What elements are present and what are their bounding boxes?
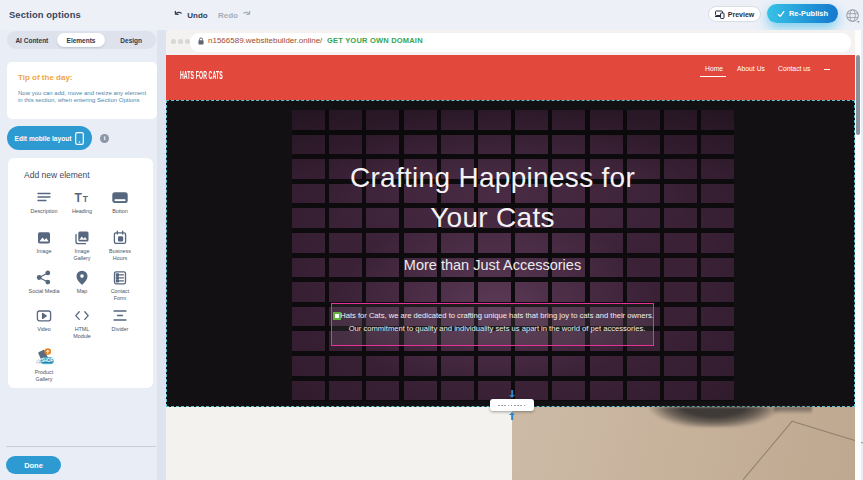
svg-text:SHOP: SHOP — [41, 358, 53, 363]
svg-text:T: T — [75, 191, 83, 205]
svg-text:T: T — [83, 194, 89, 204]
